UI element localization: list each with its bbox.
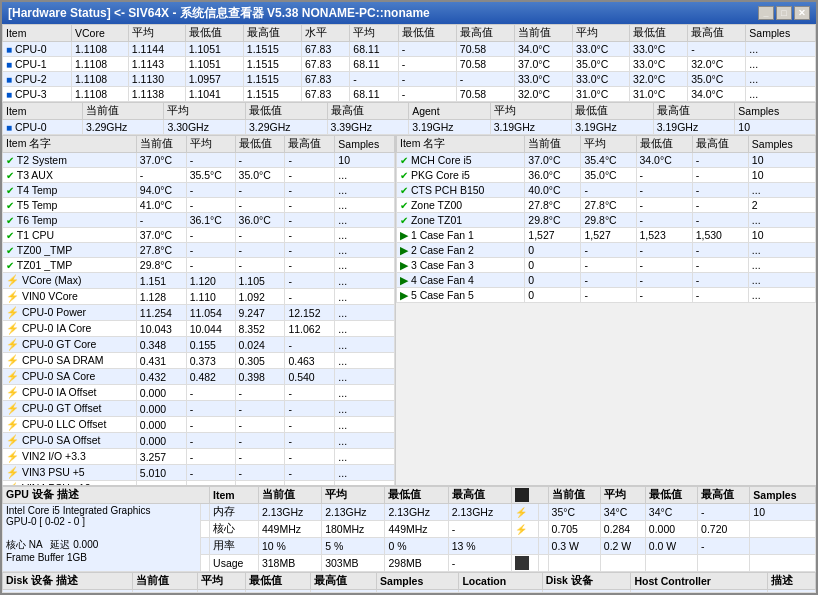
cpu0-freq-table: Item 当前值 平均 最低值 最高值 Agent 平均 最低值 最高值 Sam…	[2, 102, 816, 135]
table-row: ✔ T2 System 37.0°C - - - 10	[3, 153, 395, 168]
table-row: ⚡ CPU-0 Power 11.254 11.054 9.247 12.152…	[3, 305, 395, 321]
table-row: ▶ 5 Case Fan 5 0 - - - ...	[397, 288, 816, 303]
table-row: ■ CPU-2 1.1108 1.1130 1.0957 1.1515 67.8…	[3, 72, 816, 87]
col-max2: 最高值	[456, 25, 514, 42]
gpu-device-row: Intel Core i5 Integrated GraphicsGPU-0 […	[3, 503, 816, 520]
table-row: ✔ T1 CPU 37.0°C - - - ...	[3, 228, 395, 243]
table-row: ⚡ CPU-0 IA Offset 0.000 - - - ...	[3, 385, 395, 401]
disk-row	[3, 590, 816, 593]
table-row: ⚡ VIN3 PSU +5 5.010 - - - ...	[3, 465, 395, 481]
table-row: ⚡ VIN0 VCore 1.128 1.110 1.092 - ...	[3, 289, 395, 305]
table-row: ✔ PKG Core i5 36.0°C 35.0°C - - 10	[397, 168, 816, 183]
table-row: ⚡ VCore (Max) 1.151 1.120 1.105 - ...	[3, 273, 395, 289]
cpu1-item: ■ CPU-1	[3, 57, 72, 72]
table-row: ✔ TZ00 _TMP 27.8°C - - - ...	[3, 243, 395, 258]
col-current: 当前值	[514, 25, 572, 42]
sensors-section: Item 名字 当前值 平均 最低值 最高值 Samples ✔ T2 Syst…	[2, 135, 816, 484]
table-row: ⚡ CPU-0 IA Core 10.043 10.044 8.352 11.0…	[3, 321, 395, 337]
table-row: ■ CPU-0 3.29GHz 3.30GHz 3.29GHz 3.39GHz …	[3, 120, 816, 135]
col-max1: 最高值	[243, 25, 301, 42]
col-level: 水平	[301, 25, 349, 42]
cpu2-item: ■ CPU-2	[3, 72, 72, 87]
table-row: ■ CPU-1 1.1108 1.1143 1.1051 1.1515 67.8…	[3, 57, 816, 72]
col-avg2: 平均	[350, 25, 398, 42]
gpu-section-label: GPU 设备 描述	[3, 486, 210, 503]
table-row: ⚡ CPU-0 SA DRAM 0.431 0.373 0.305 0.463 …	[3, 353, 395, 369]
table-row: ✔ T3 AUX - 35.5°C 35.0°C - ...	[3, 168, 395, 183]
sensors-right-panel: Item 名字 当前值 平均 最低值 最高值 Samples ✔ MCH Cor…	[396, 135, 816, 484]
table-row: ▶ 3 Case Fan 3 0 - - - ...	[397, 258, 816, 273]
table-row: ■ CPU-3 1.1108 1.1138 1.1041 1.1515 67.8…	[3, 87, 816, 102]
table-row: ✔ Zone TZ00 27.8°C 27.8°C - - 2	[397, 198, 816, 213]
col-vcore: VCore	[72, 25, 129, 42]
table-row: ⚡ CPU-0 GT Offset 0.000 - - - ...	[3, 401, 395, 417]
table-row: ▶ 4 Case Fan 4 0 - - - ...	[397, 273, 816, 288]
maximize-button[interactable]: □	[776, 6, 792, 20]
col-min1: 最低值	[185, 25, 243, 42]
table-row: ⚡ CPU-0 LLC Offset 0.000 - - - ...	[3, 417, 395, 433]
title-bar: [Hardware Status] <- SIV64X - 系统信息查看器 V5…	[2, 2, 816, 24]
table-row: ✔ T5 Temp 41.0°C - - - ...	[3, 198, 395, 213]
col-avg3: 平均	[573, 25, 630, 42]
table-row: ⚡ VIN2 I/O +3.3 3.257 - - - ...	[3, 449, 395, 465]
table-row: ⚡ CPU-0 SA Offset 0.000 - - - ...	[3, 433, 395, 449]
table-row: ✔ Zone TZ01 29.8°C 29.8°C - - ...	[397, 213, 816, 228]
cpu0-item: ■ CPU-0	[3, 42, 72, 57]
main-content: Item VCore 平均 最低值 最高值 水平 平均 最低值 最高值 当前值 …	[2, 24, 816, 593]
cpu-vcore-section: Item VCore 平均 最低值 最高值 水平 平均 最低值 最高值 当前值 …	[2, 24, 816, 135]
table-row: ⚡ CPU-0 SA Core 0.432 0.482 0.398 0.540 …	[3, 369, 395, 385]
cpu-vcore-table: Item VCore 平均 最低值 最高值 水平 平均 最低值 最高值 当前值 …	[2, 24, 816, 102]
sensors-right-table: Item 名字 当前值 平均 最低值 最高值 Samples ✔ MCH Cor…	[396, 135, 816, 303]
table-row: ⚡ CPU-0 GT Core 0.348 0.155 0.024 - ...	[3, 337, 395, 353]
col-min2: 最低值	[398, 25, 456, 42]
table-row: ✔ CTS PCH B150 40.0°C - - - ...	[397, 183, 816, 198]
minimize-button[interactable]: _	[758, 6, 774, 20]
sensors-left-table: Item 名字 当前值 平均 最低值 最高值 Samples ✔ T2 Syst…	[2, 135, 395, 484]
col-max3: 最高值	[688, 25, 746, 42]
gpu-section: GPU 设备 描述 Item 当前值 平均 最低值 最高值 当前值 平均 最低值…	[2, 485, 816, 593]
window-title: [Hardware Status] <- SIV64X - 系统信息查看器 V5…	[8, 5, 430, 22]
disk-section-label: Disk 设备 描述	[3, 573, 133, 590]
main-window: [Hardware Status] <- SIV64X - 系统信息查看器 V5…	[0, 0, 818, 595]
col-samples: Samples	[746, 25, 816, 42]
close-button[interactable]: ✕	[794, 6, 810, 20]
table-row: ✔ MCH Core i5 37.0°C 35.4°C 34.0°C - 10	[397, 153, 816, 168]
table-row: ▶ 1 Case Fan 1 1,527 1,527 1,523 1,530 1…	[397, 228, 816, 243]
table-row: ✔ T6 Temp - 36.1°C 36.0°C - ...	[3, 213, 395, 228]
col-avg1: 平均	[128, 25, 185, 42]
cpu3-item: ■ CPU-3	[3, 87, 72, 102]
gpu-device-name: Intel Core i5 Integrated GraphicsGPU-0 […	[3, 503, 201, 571]
table-row: ▶ 2 Case Fan 2 0 - - - ...	[397, 243, 816, 258]
table-row: ✔ TZ01 _TMP 29.8°C - - - ...	[3, 258, 395, 273]
window-controls: _ □ ✕	[758, 6, 810, 20]
col-min3: 最低值	[630, 25, 688, 42]
col-item: Item	[3, 25, 72, 42]
disk-table: Disk 设备 描述 当前值 平均 最低值 最高值 Samples Locati…	[2, 572, 816, 593]
gpu-table: GPU 设备 描述 Item 当前值 平均 最低值 最高值 当前值 平均 最低值…	[2, 486, 816, 572]
table-row: ✔ T4 Temp 94.0°C - - - ...	[3, 183, 395, 198]
sensors-left-panel: Item 名字 当前值 平均 最低值 最高值 Samples ✔ T2 Syst…	[2, 135, 396, 484]
table-row: ■ CPU-0 1.1108 1.1144 1.1051 1.1515 67.8…	[3, 42, 816, 57]
